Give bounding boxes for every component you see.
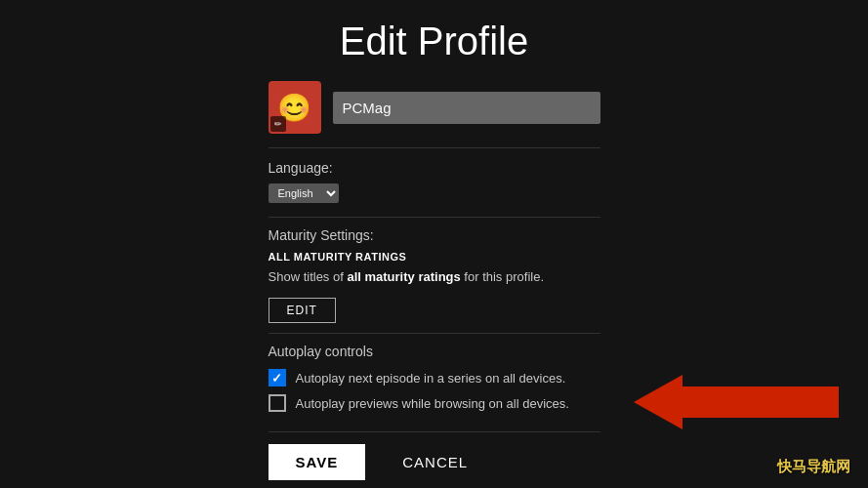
divider-2 <box>269 217 600 218</box>
action-buttons: SAVE CANCEL <box>269 444 600 480</box>
cancel-button[interactable]: CANCEL <box>375 444 495 480</box>
maturity-description: Show titles of all maturity ratings for … <box>269 268 545 286</box>
divider-3 <box>269 333 600 334</box>
divider-1 <box>269 147 600 148</box>
profile-name-input[interactable] <box>333 92 600 124</box>
maturity-desc-bold: all maturity ratings <box>347 269 460 284</box>
autoplay-item-2: Autoplay previews while browsing on all … <box>269 394 569 412</box>
autoplay-next-checkbox[interactable]: ✓ <box>269 369 286 386</box>
maturity-desc-prefix: Show titles of <box>269 269 348 284</box>
maturity-rating-badge: ALL MATURITY RATINGS <box>269 251 407 263</box>
edit-profile-form: Edit Profile 😊 ✏ Language: English Spani… <box>269 20 600 480</box>
arrow-body <box>682 386 839 418</box>
maturity-label: Maturity Settings: <box>269 227 374 243</box>
watermark: 快马导航网 <box>777 458 850 476</box>
maturity-edit-button[interactable]: EDIT <box>269 298 336 323</box>
profile-row: 😊 ✏ <box>269 81 600 134</box>
maturity-desc-suffix: for this profile. <box>461 269 544 284</box>
autoplay-previews-text: Autoplay previews while browsing on all … <box>296 396 569 411</box>
autoplay-item-1: ✓ Autoplay next episode in a series on a… <box>269 369 566 386</box>
arrow-overlay <box>634 375 839 429</box>
bottom-divider <box>269 431 600 432</box>
save-button[interactable]: SAVE <box>269 444 366 480</box>
language-select[interactable]: English Spanish French <box>269 183 339 203</box>
autoplay-next-text: Autoplay next episode in a series on all… <box>296 371 566 386</box>
page-title: Edit Profile <box>340 20 528 63</box>
autoplay-label: Autoplay controls <box>269 344 373 359</box>
edit-icon: ✏ <box>270 116 286 132</box>
arrow-head <box>634 375 682 429</box>
checkmark-icon: ✓ <box>271 372 282 385</box>
language-label: Language: <box>269 160 333 176</box>
avatar[interactable]: 😊 ✏ <box>269 81 321 134</box>
autoplay-previews-checkbox[interactable] <box>269 394 286 412</box>
